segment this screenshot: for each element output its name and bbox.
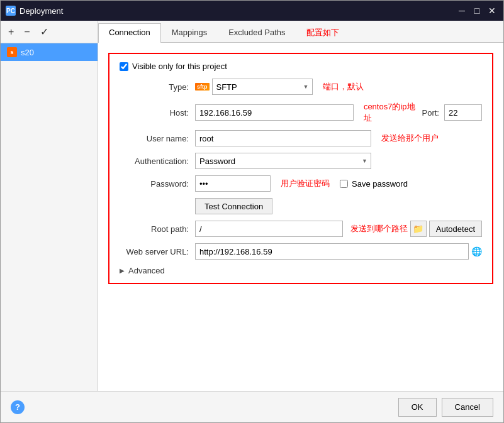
type-row: Type: sftp SFTP 端口，默认	[120, 79, 482, 95]
ok-button[interactable]: OK	[398, 398, 437, 417]
tab-connection[interactable]: Connection	[98, 23, 161, 43]
advanced-label: Advanced	[128, 266, 165, 275]
root-path-label: Root path:	[120, 224, 195, 234]
password-input[interactable]	[195, 175, 271, 192]
help-button[interactable]: ?	[11, 400, 25, 414]
root-path-control-group: 发送到哪个路径 📁 Autodetect	[195, 221, 482, 237]
footer-left: ?	[11, 400, 25, 414]
authentication-select[interactable]: Password	[195, 153, 371, 169]
title-bar-controls: ─ □ ✕	[456, 4, 498, 17]
web-server-url-row: Web server URL: 🌐	[120, 243, 482, 260]
url-input-row: 🌐	[195, 243, 482, 260]
cancel-button[interactable]: Cancel	[442, 398, 493, 417]
username-annotation: 发送给那个用户	[381, 133, 439, 144]
dialog-body: + − ✓ s s20 Connection Mappings Excluded…	[1, 21, 503, 391]
dialog-footer: ? OK Cancel	[1, 391, 503, 422]
port-input[interactable]	[444, 104, 482, 121]
sftp-icon: sftp	[195, 83, 210, 91]
form-border: Visible only for this project Type: sftp…	[108, 53, 493, 284]
authentication-row: Authentication: Password	[120, 153, 482, 169]
username-row: User name: 发送给那个用户	[120, 130, 482, 146]
visible-project-row: Visible only for this project	[120, 62, 482, 71]
dialog-title: Deployment	[20, 6, 63, 16]
autodetect-button[interactable]: Autodetect	[429, 221, 482, 237]
folder-browse-button[interactable]: 📁	[410, 221, 427, 237]
save-password-row: Save password	[340, 179, 408, 189]
close-button[interactable]: ✕	[486, 4, 498, 17]
tabs-bar: Connection Mappings Excluded Paths 配置如下	[98, 21, 503, 43]
username-control-group: 发送给那个用户	[195, 130, 482, 146]
auth-select-wrapper: Password	[195, 153, 371, 169]
advanced-row[interactable]: ▶ Advanced	[120, 266, 482, 275]
save-password-label[interactable]: Save password	[352, 179, 408, 189]
minimize-button[interactable]: ─	[456, 4, 468, 17]
sidebar-toolbar: + − ✓	[1, 21, 98, 43]
test-connection-button[interactable]: Test Connection	[195, 198, 272, 214]
host-label: Host:	[120, 108, 195, 118]
type-annotation-right: 端口，默认	[323, 81, 364, 92]
type-select-wrapper: sftp SFTP	[195, 79, 313, 95]
add-server-button[interactable]: +	[6, 25, 16, 39]
test-connection-group: Test Connection	[195, 198, 482, 214]
root-path-row: Root path: 发送到哪个路径 📁 Autodetect	[120, 221, 482, 237]
advanced-arrow-icon: ▶	[120, 267, 125, 274]
tab-mappings[interactable]: Mappings	[161, 23, 218, 43]
root-path-annotation: 发送到哪个路径	[350, 223, 408, 234]
web-server-url-input[interactable]	[195, 243, 469, 260]
host-control-group: centos7的ip地址 Port:	[195, 101, 482, 124]
save-password-checkbox[interactable]	[340, 180, 348, 188]
root-path-input[interactable]	[195, 221, 343, 237]
web-server-url-control-group: 🌐	[195, 243, 482, 260]
remove-server-button[interactable]: −	[21, 25, 32, 39]
form-area: Visible only for this project Type: sftp…	[98, 43, 503, 391]
visible-project-label[interactable]: Visible only for this project	[132, 62, 227, 71]
maximize-button[interactable]: □	[471, 4, 483, 17]
type-control-group: sftp SFTP 端口，默认	[195, 79, 482, 95]
authentication-label: Authentication:	[120, 157, 195, 166]
app-icon: PC	[6, 6, 16, 16]
tab-excluded-paths[interactable]: Excluded Paths	[218, 23, 296, 43]
type-select[interactable]: SFTP	[212, 79, 313, 95]
password-row: Password: 用户验证密码 Save password	[120, 175, 482, 192]
authentication-control-group: Password	[195, 153, 482, 169]
check-server-button[interactable]: ✓	[38, 25, 51, 39]
password-label: Password:	[120, 179, 195, 189]
visible-project-checkbox[interactable]	[120, 62, 128, 71]
username-label: User name:	[120, 134, 195, 143]
password-annotation: 用户验证密码	[281, 178, 330, 189]
main-content: Connection Mappings Excluded Paths 配置如下 …	[98, 21, 503, 391]
password-control-group: 用户验证密码 Save password	[195, 175, 482, 192]
host-input[interactable]	[195, 104, 354, 121]
type-label: Type:	[120, 82, 195, 92]
port-label: Port:	[422, 108, 439, 118]
host-row: Host: centos7的ip地址 Port:	[120, 101, 482, 124]
username-input[interactable]	[195, 130, 371, 146]
deployment-dialog: PC Deployment ─ □ ✕ + − ✓ s s20 Connec	[0, 0, 504, 423]
url-icon: 🌐	[471, 246, 482, 256]
sidebar: + − ✓ s s20	[1, 21, 98, 391]
sidebar-item-s20[interactable]: s s20	[1, 43, 98, 61]
footer-buttons: OK Cancel	[398, 398, 493, 417]
tab-annotation: 配置如下	[296, 23, 349, 42]
web-server-url-label: Web server URL:	[120, 247, 195, 256]
title-bar-left: PC Deployment	[6, 6, 63, 16]
host-annotation: centos7的ip地址	[364, 101, 417, 124]
title-bar: PC Deployment ─ □ ✕	[1, 1, 503, 21]
server-icon: s	[7, 47, 17, 57]
sidebar-item-label: s20	[21, 48, 34, 57]
root-path-inner: 发送到哪个路径 📁 Autodetect	[195, 221, 482, 237]
test-connection-row: Test Connection	[120, 198, 482, 214]
